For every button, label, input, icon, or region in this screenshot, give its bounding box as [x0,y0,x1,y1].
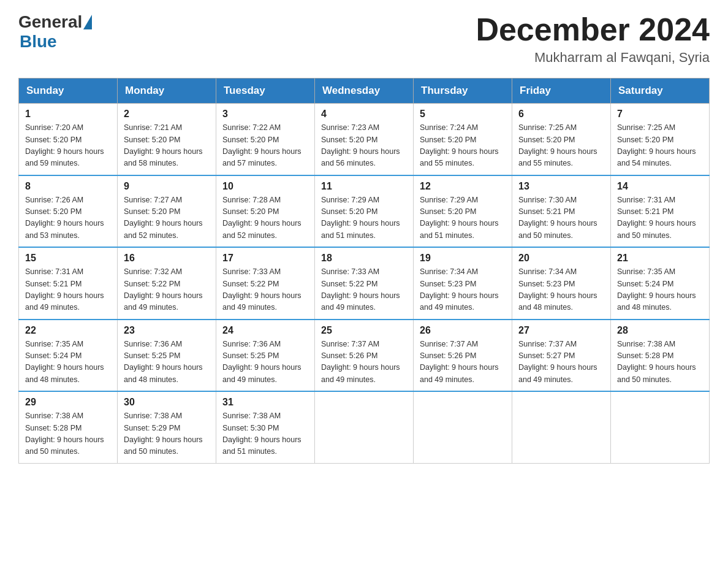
day-number: 19 [420,253,506,264]
day-number: 8 [25,181,111,192]
day-number: 30 [124,397,210,408]
week-row-2: 8 Sunrise: 7:26 AMSunset: 5:20 PMDayligh… [19,175,710,248]
day-number: 6 [518,109,604,120]
calendar-cell: 17 Sunrise: 7:33 AMSunset: 5:22 PMDaylig… [216,247,315,320]
day-info: Sunrise: 7:34 AMSunset: 5:23 PMDaylight:… [518,266,604,314]
day-number: 5 [420,109,506,120]
day-info: Sunrise: 7:33 AMSunset: 5:22 PMDaylight:… [321,266,407,314]
header-tuesday: Tuesday [216,79,315,104]
calendar-cell: 21 Sunrise: 7:35 AMSunset: 5:24 PMDaylig… [611,247,710,320]
logo-triangle-icon [83,15,92,29]
calendar-cell: 12 Sunrise: 7:29 AMSunset: 5:20 PMDaylig… [414,175,512,248]
day-info: Sunrise: 7:37 AMSunset: 5:26 PMDaylight:… [420,339,506,386]
day-number: 12 [420,181,506,192]
day-info: Sunrise: 7:35 AMSunset: 5:24 PMDaylight:… [25,339,111,386]
day-info: Sunrise: 7:37 AMSunset: 5:26 PMDaylight:… [321,339,407,386]
day-info: Sunrise: 7:32 AMSunset: 5:22 PMDaylight:… [124,266,210,314]
day-number: 24 [222,325,308,336]
calendar-table: Sunday Monday Tuesday Wednesday Thursday… [18,78,710,464]
calendar-cell: 4 Sunrise: 7:23 AMSunset: 5:20 PMDayligh… [315,104,414,175]
day-number: 31 [222,397,308,408]
logo-general-text: General [18,12,82,32]
page-header: General Blue December 2024 Mukharram al … [18,12,710,66]
day-number: 27 [518,325,604,336]
day-number: 18 [321,253,407,264]
week-row-3: 15 Sunrise: 7:31 AMSunset: 5:21 PMDaylig… [19,247,710,320]
day-info: Sunrise: 7:36 AMSunset: 5:25 PMDaylight:… [222,339,308,386]
day-number: 11 [321,181,407,192]
day-info: Sunrise: 7:38 AMSunset: 5:30 PMDaylight:… [222,410,308,458]
day-info: Sunrise: 7:29 AMSunset: 5:20 PMDaylight:… [420,194,506,242]
header-friday: Friday [512,79,611,104]
day-number: 22 [25,325,111,336]
header-thursday: Thursday [414,79,512,104]
calendar-cell: 9 Sunrise: 7:27 AMSunset: 5:20 PMDayligh… [118,175,216,248]
calendar-cell [315,391,414,463]
calendar-cell: 30 Sunrise: 7:38 AMSunset: 5:29 PMDaylig… [118,391,216,463]
day-info: Sunrise: 7:35 AMSunset: 5:24 PMDaylight:… [617,266,703,314]
day-number: 17 [222,253,308,264]
calendar-cell: 26 Sunrise: 7:37 AMSunset: 5:26 PMDaylig… [414,320,512,392]
calendar-cell: 27 Sunrise: 7:37 AMSunset: 5:27 PMDaylig… [512,320,611,392]
day-info: Sunrise: 7:38 AMSunset: 5:29 PMDaylight:… [124,410,210,458]
calendar-cell: 1 Sunrise: 7:20 AMSunset: 5:20 PMDayligh… [19,104,118,175]
calendar-cell: 24 Sunrise: 7:36 AMSunset: 5:25 PMDaylig… [216,320,315,392]
calendar-cell: 28 Sunrise: 7:38 AMSunset: 5:28 PMDaylig… [611,320,710,392]
day-info: Sunrise: 7:30 AMSunset: 5:21 PMDaylight:… [518,194,604,242]
calendar-cell: 13 Sunrise: 7:30 AMSunset: 5:21 PMDaylig… [512,175,611,248]
day-number: 16 [124,253,210,264]
calendar-cell: 23 Sunrise: 7:36 AMSunset: 5:25 PMDaylig… [118,320,216,392]
day-info: Sunrise: 7:31 AMSunset: 5:21 PMDaylight:… [617,194,703,242]
calendar-cell: 22 Sunrise: 7:35 AMSunset: 5:24 PMDaylig… [19,320,118,392]
calendar-cell: 8 Sunrise: 7:26 AMSunset: 5:20 PMDayligh… [19,175,118,248]
day-info: Sunrise: 7:29 AMSunset: 5:20 PMDaylight:… [321,194,407,242]
day-number: 7 [617,109,703,120]
day-info: Sunrise: 7:23 AMSunset: 5:20 PMDaylight:… [321,122,407,170]
weekday-header-row: Sunday Monday Tuesday Wednesday Thursday… [19,79,710,104]
header-wednesday: Wednesday [315,79,414,104]
day-info: Sunrise: 7:20 AMSunset: 5:20 PMDaylight:… [25,122,111,170]
day-info: Sunrise: 7:25 AMSunset: 5:20 PMDaylight:… [617,122,703,170]
day-number: 13 [518,181,604,192]
day-number: 2 [124,109,210,120]
calendar-cell: 15 Sunrise: 7:31 AMSunset: 5:21 PMDaylig… [19,247,118,320]
calendar-cell: 29 Sunrise: 7:38 AMSunset: 5:28 PMDaylig… [19,391,118,463]
day-info: Sunrise: 7:37 AMSunset: 5:27 PMDaylight:… [518,339,604,386]
calendar-cell [414,391,512,463]
day-info: Sunrise: 7:38 AMSunset: 5:28 PMDaylight:… [25,410,111,458]
calendar-cell: 14 Sunrise: 7:31 AMSunset: 5:21 PMDaylig… [611,175,710,248]
day-number: 21 [617,253,703,264]
day-info: Sunrise: 7:27 AMSunset: 5:20 PMDaylight:… [124,194,210,242]
logo: General Blue [18,12,93,52]
day-info: Sunrise: 7:34 AMSunset: 5:23 PMDaylight:… [420,266,506,314]
day-info: Sunrise: 7:33 AMSunset: 5:22 PMDaylight:… [222,266,308,314]
calendar-cell: 10 Sunrise: 7:28 AMSunset: 5:20 PMDaylig… [216,175,315,248]
day-number: 14 [617,181,703,192]
day-info: Sunrise: 7:36 AMSunset: 5:25 PMDaylight:… [124,339,210,386]
day-info: Sunrise: 7:26 AMSunset: 5:20 PMDaylight:… [25,194,111,242]
day-info: Sunrise: 7:38 AMSunset: 5:28 PMDaylight:… [617,339,703,386]
day-number: 23 [124,325,210,336]
calendar-cell [611,391,710,463]
calendar-cell: 3 Sunrise: 7:22 AMSunset: 5:20 PMDayligh… [216,104,315,175]
calendar-cell: 20 Sunrise: 7:34 AMSunset: 5:23 PMDaylig… [512,247,611,320]
header-monday: Monday [118,79,216,104]
calendar-cell [512,391,611,463]
day-number: 25 [321,325,407,336]
calendar-cell: 11 Sunrise: 7:29 AMSunset: 5:20 PMDaylig… [315,175,414,248]
calendar-cell: 7 Sunrise: 7:25 AMSunset: 5:20 PMDayligh… [611,104,710,175]
day-info: Sunrise: 7:22 AMSunset: 5:20 PMDaylight:… [222,122,308,170]
day-info: Sunrise: 7:21 AMSunset: 5:20 PMDaylight:… [124,122,210,170]
location-subtitle: Mukharram al Fawqani, Syria [476,50,710,66]
title-area: December 2024 Mukharram al Fawqani, Syri… [476,12,710,66]
calendar-cell: 25 Sunrise: 7:37 AMSunset: 5:26 PMDaylig… [315,320,414,392]
day-number: 15 [25,253,111,264]
week-row-1: 1 Sunrise: 7:20 AMSunset: 5:20 PMDayligh… [19,104,710,175]
calendar-cell: 31 Sunrise: 7:38 AMSunset: 5:30 PMDaylig… [216,391,315,463]
day-number: 20 [518,253,604,264]
day-number: 28 [617,325,703,336]
month-title: December 2024 [476,12,710,47]
header-saturday: Saturday [611,79,710,104]
calendar-cell: 18 Sunrise: 7:33 AMSunset: 5:22 PMDaylig… [315,247,414,320]
day-number: 10 [222,181,308,192]
